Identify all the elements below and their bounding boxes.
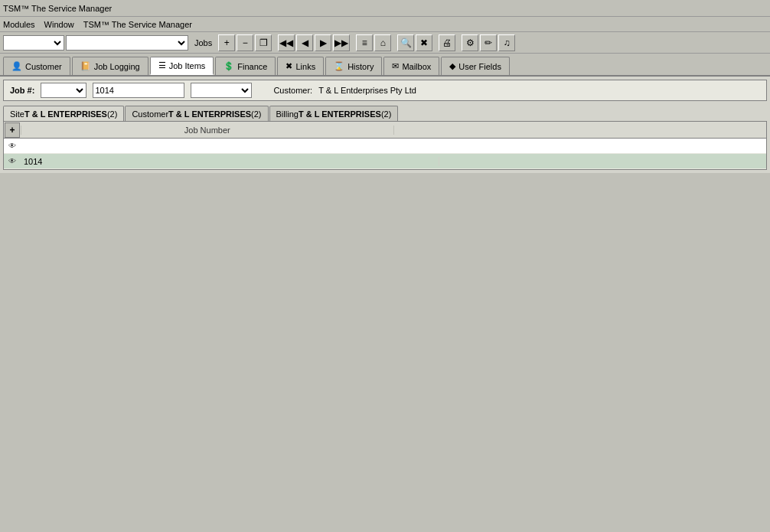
toolbar-dropdown1[interactable] — [3, 35, 64, 51]
history-icon: ⌛ — [334, 61, 344, 71]
row2-job-number: 1014 — [21, 157, 439, 166]
sub-tab-customer[interactable]: Customer T & L ENTERPRISES (2) — [125, 106, 268, 121]
toolbar-dropdown2[interactable] — [66, 35, 188, 51]
menu-modules[interactable]: Modules — [3, 20, 35, 29]
jobs-label: Jobs — [190, 38, 217, 47]
toolbar: Jobs + − ❐ ◀◀ ◀ ▶ ▶▶ ≡ ⌂ 🔍 ✖ 🖨 ⚙ ✏ ♫ — [0, 32, 770, 54]
print-button[interactable]: 🖨 — [439, 34, 455, 51]
sub-tabs: Site T & L ENTERPRISES (2) Customer T & … — [3, 104, 767, 121]
main-content: Job #: Customer: T & L Entderprises Pty … — [0, 77, 770, 173]
sub-tab-site-suffix: (2) — [107, 109, 117, 119]
book-icon: 📔 — [80, 61, 91, 71]
sound-button[interactable]: ♫ — [498, 34, 515, 51]
remove-button[interactable]: − — [237, 34, 253, 51]
job-header: Job #: Customer: T & L Entderprises Pty … — [3, 80, 767, 101]
settings-button[interactable]: ⚙ — [462, 34, 478, 51]
tab-user-fields-label: User Fields — [458, 62, 501, 71]
sub-tab-customer-suffix: (2) — [251, 109, 261, 119]
eye-icon: 👁 — [4, 139, 21, 154]
app-title: TSM™ The Service Manager — [3, 4, 112, 13]
mail-icon: ✉ — [392, 61, 399, 71]
user-fields-icon: ◆ — [449, 61, 455, 71]
copy-button[interactable]: ❐ — [255, 34, 272, 51]
main-tabs: 👤 Customer 📔 Job Logging ☰ Job Items 💲 F… — [0, 54, 770, 77]
tab-links-label: Links — [295, 62, 315, 71]
tab-job-logging-label: Job Logging — [94, 62, 140, 71]
job-select2[interactable] — [191, 83, 252, 98]
sub-tab-site[interactable]: Site T & L ENTERPRISES (2) — [3, 106, 124, 121]
clear-button[interactable]: ✖ — [416, 34, 432, 51]
table-row[interactable]: 👁 — [4, 139, 766, 154]
tab-links[interactable]: ✖ Links — [277, 57, 324, 75]
sub-tab-customer-bold: T & L ENTERPRISES — [168, 109, 251, 119]
play-button[interactable]: ▶ — [315, 34, 331, 51]
job-number-input[interactable] — [93, 83, 184, 98]
tab-history-label: History — [347, 62, 374, 71]
customer-field-label: Customer: — [273, 86, 312, 95]
table-header: + Job Number — [4, 122, 766, 139]
title-bar: TSM™ The Service Manager — [0, 0, 770, 17]
links-icon: ✖ — [285, 61, 292, 71]
list-button[interactable]: ≡ — [356, 34, 373, 51]
tab-customer-label: Customer — [25, 62, 62, 71]
grid-button[interactable]: ⌂ — [374, 34, 391, 51]
sub-tab-site-bold: T & L ENTERPRISES — [24, 109, 107, 119]
menu-tsm: TSM™ The Service Manager — [83, 20, 192, 29]
menu-window[interactable]: Window — [44, 20, 74, 29]
customer-name-value: T & L Entderprises Pty Ltd — [318, 86, 416, 95]
col-job-number-header: Job Number — [21, 126, 394, 135]
sub-tab-billing[interactable]: Billing T & L ENTERPRISES (2) — [269, 106, 399, 121]
sub-tab-billing-bold: T & L ENTERPRISES — [299, 109, 381, 119]
customer-icon: 👤 — [11, 61, 22, 71]
add-button[interactable]: + — [218, 34, 235, 51]
menu-bar: Modules Window TSM™ The Service Manager — [0, 17, 770, 32]
next-button[interactable]: ▶▶ — [333, 34, 350, 51]
search-button[interactable]: 🔍 — [397, 34, 414, 51]
sub-tab-site-prefix: Site — [10, 109, 24, 119]
edit-button[interactable]: ✏ — [480, 34, 497, 51]
sub-tab-customer-prefix: Customer — [132, 109, 168, 119]
layers-icon: ☰ — [158, 60, 166, 70]
tab-finance[interactable]: 💲 Finance — [215, 57, 276, 75]
tab-history[interactable]: ⌛ History — [325, 57, 382, 75]
tab-job-logging[interactable]: 📔 Job Logging — [72, 57, 148, 75]
job-number-label: Job #: — [10, 86, 34, 95]
tab-finance-label: Finance — [237, 62, 267, 71]
tab-mailbox[interactable]: ✉ Mailbox — [383, 57, 439, 75]
table-add-button[interactable]: + — [5, 122, 20, 138]
tab-customer[interactable]: 👤 Customer — [3, 57, 70, 75]
sub-tab-billing-prefix: Billing — [276, 109, 299, 119]
first-button[interactable]: ◀◀ — [278, 34, 295, 51]
job-table: + Job Number 👁 👁 1014 — [3, 121, 767, 170]
prev-button[interactable]: ◀ — [296, 34, 313, 51]
tab-user-fields[interactable]: ◆ User Fields — [441, 57, 510, 75]
eye-icon: 👁 — [4, 154, 21, 169]
tab-job-items[interactable]: ☰ Job Items — [150, 57, 214, 75]
tab-mailbox-label: Mailbox — [402, 62, 431, 71]
tab-job-items-label: Job Items — [169, 61, 206, 70]
finance-icon: 💲 — [223, 61, 234, 71]
job-select1[interactable] — [41, 83, 86, 98]
sub-tab-billing-suffix: (2) — [381, 109, 391, 119]
table-row[interactable]: 👁 1014 — [4, 154, 766, 169]
